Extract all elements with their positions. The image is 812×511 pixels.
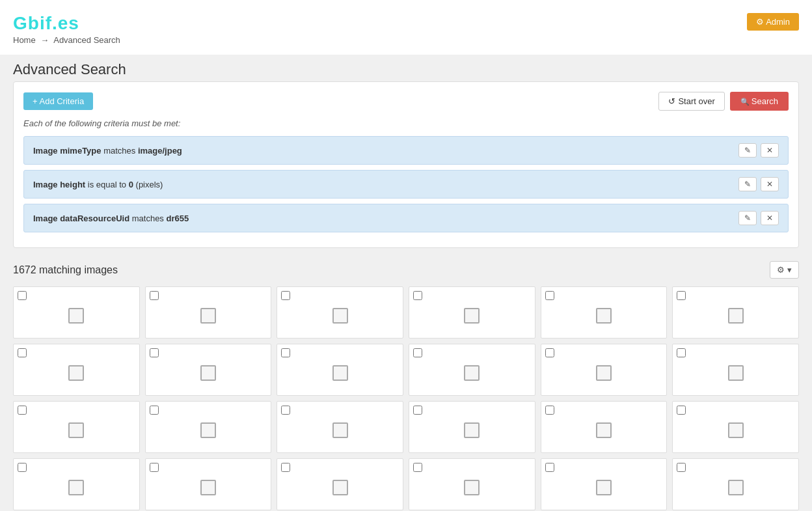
image-placeholder bbox=[588, 360, 620, 386]
image-checkbox[interactable] bbox=[677, 406, 686, 415]
image-placeholder bbox=[720, 360, 752, 386]
start-over-label: Start over bbox=[678, 96, 714, 106]
image-checkbox[interactable] bbox=[413, 291, 422, 300]
list-item bbox=[277, 401, 403, 453]
criteria-box: + Add Criteria Start over Search Each of… bbox=[13, 81, 799, 248]
criteria-edit-button-2[interactable] bbox=[738, 177, 757, 191]
search-icon bbox=[740, 96, 751, 106]
criteria-operator-1: matches bbox=[103, 146, 138, 156]
breadcrumb-arrow bbox=[40, 35, 49, 45]
image-placeholder bbox=[60, 475, 92, 501]
image-checkbox[interactable] bbox=[18, 291, 27, 300]
image-checkbox[interactable] bbox=[18, 406, 27, 415]
refresh-icon bbox=[668, 96, 678, 106]
list-item bbox=[13, 458, 140, 510]
criteria-operator-3: matches bbox=[132, 214, 167, 223]
criteria-note: Each of the following criteria must be m… bbox=[23, 118, 789, 128]
criteria-value-2: 0 bbox=[129, 180, 133, 189]
image-checkbox[interactable] bbox=[18, 463, 27, 472]
search-button[interactable]: Search bbox=[730, 92, 789, 111]
criteria-edit-button-3[interactable] bbox=[738, 211, 757, 225]
add-criteria-button[interactable]: + Add Criteria bbox=[23, 92, 93, 110]
image-placeholder bbox=[455, 417, 488, 443]
criteria-row-2: Image height is equal to 0 (pixels) bbox=[23, 170, 789, 199]
image-placeholder bbox=[324, 360, 357, 386]
list-item bbox=[145, 344, 272, 396]
image-checkbox[interactable] bbox=[413, 406, 422, 415]
image-checkbox[interactable] bbox=[150, 463, 159, 472]
image-checkbox[interactable] bbox=[545, 291, 554, 300]
image-checkbox[interactable] bbox=[150, 291, 159, 300]
image-checkbox[interactable] bbox=[150, 406, 159, 415]
criteria-edit-button-1[interactable] bbox=[738, 143, 757, 158]
list-item bbox=[541, 458, 668, 510]
image-placeholder bbox=[455, 303, 488, 329]
image-placeholder bbox=[324, 303, 357, 329]
image-checkbox[interactable] bbox=[281, 291, 290, 300]
criteria-delete-button-1[interactable] bbox=[761, 143, 779, 158]
list-item bbox=[277, 458, 403, 510]
image-checkbox[interactable] bbox=[677, 291, 686, 300]
image-checkbox[interactable] bbox=[545, 463, 554, 472]
list-item bbox=[277, 344, 403, 396]
criteria-toolbar: + Add Criteria Start over Search bbox=[23, 92, 789, 111]
admin-button[interactable]: Admin bbox=[747, 13, 799, 31]
times-icon-3 bbox=[766, 214, 773, 223]
criteria-text-3: Image dataResourceUid matches dr655 bbox=[33, 214, 189, 223]
image-checkbox[interactable] bbox=[150, 348, 159, 357]
breadcrumb-current: Advanced Search bbox=[53, 35, 120, 45]
edit-icon-3 bbox=[744, 214, 751, 223]
image-checkbox[interactable] bbox=[281, 348, 290, 357]
image-placeholder bbox=[588, 303, 620, 329]
list-item bbox=[13, 344, 140, 396]
criteria-actions-3 bbox=[738, 211, 779, 225]
start-over-button[interactable]: Start over bbox=[658, 92, 724, 111]
list-item bbox=[145, 401, 272, 453]
list-item bbox=[145, 458, 272, 510]
criteria-text-1: Image mimeType matches image/jpeg bbox=[33, 146, 182, 156]
logo-text: Gbif.es bbox=[13, 13, 79, 33]
image-placeholder bbox=[192, 417, 224, 443]
image-grid bbox=[13, 286, 799, 510]
image-checkbox[interactable] bbox=[545, 348, 554, 357]
list-item bbox=[409, 344, 535, 396]
image-checkbox[interactable] bbox=[281, 463, 290, 472]
criteria-extra-2: (pixels) bbox=[136, 180, 163, 189]
results-settings-button[interactable]: ⚙ ▾ bbox=[770, 261, 799, 279]
list-item bbox=[409, 458, 535, 510]
list-item bbox=[409, 286, 535, 338]
results-count: 1672 matching images bbox=[13, 264, 118, 276]
image-placeholder bbox=[324, 417, 357, 443]
image-checkbox[interactable] bbox=[677, 348, 686, 357]
image-checkbox[interactable] bbox=[281, 406, 290, 415]
image-placeholder bbox=[192, 360, 224, 386]
image-placeholder bbox=[720, 475, 752, 501]
list-item bbox=[13, 401, 140, 453]
image-checkbox[interactable] bbox=[413, 463, 422, 472]
list-item bbox=[13, 286, 140, 338]
criteria-delete-button-2[interactable] bbox=[761, 177, 779, 191]
criteria-field-3: Image dataResourceUid bbox=[33, 214, 129, 223]
breadcrumb-home[interactable]: Home bbox=[13, 35, 36, 45]
image-checkbox[interactable] bbox=[545, 406, 554, 415]
logo: Gbif.es bbox=[13, 13, 120, 34]
list-item bbox=[145, 286, 272, 338]
criteria-operator-2: is equal to bbox=[88, 180, 129, 189]
image-placeholder bbox=[192, 475, 224, 501]
list-item bbox=[541, 286, 668, 338]
criteria-delete-button-3[interactable] bbox=[761, 211, 779, 225]
search-label: Search bbox=[751, 96, 778, 106]
criteria-actions-1 bbox=[738, 143, 779, 158]
list-item bbox=[409, 401, 535, 453]
image-placeholder bbox=[60, 417, 92, 443]
add-criteria-label: + Add Criteria bbox=[33, 96, 84, 106]
breadcrumb: Home Advanced Search bbox=[13, 35, 120, 45]
image-checkbox[interactable] bbox=[18, 348, 27, 357]
edit-icon-2 bbox=[744, 180, 751, 189]
image-checkbox[interactable] bbox=[413, 348, 422, 357]
image-checkbox[interactable] bbox=[677, 463, 686, 472]
image-placeholder bbox=[324, 475, 357, 501]
image-placeholder bbox=[720, 417, 752, 443]
main-content: + Add Criteria Start over Search Each of… bbox=[0, 81, 812, 511]
criteria-row: Image mimeType matches image/jpeg bbox=[23, 136, 789, 165]
